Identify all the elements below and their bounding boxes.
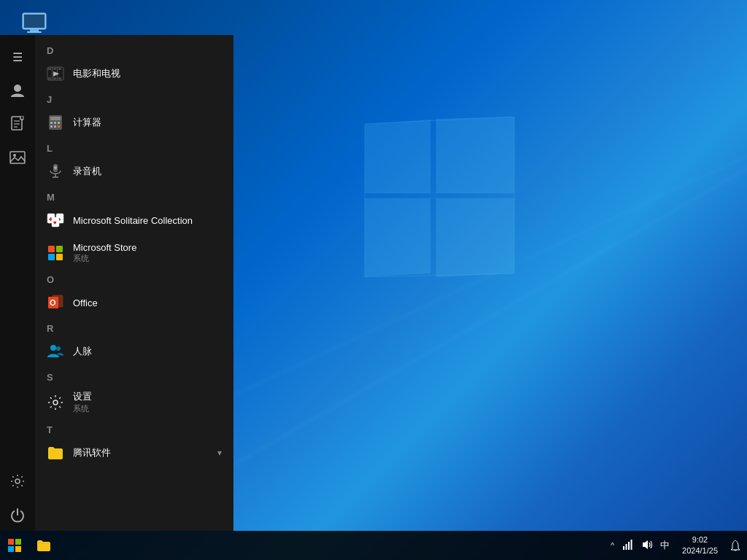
svg-rect-42 [54,125,56,128]
app-name-store: Microsoft Store [73,242,136,253]
this-pc-image [20,9,49,38]
hamburger-menu-button[interactable]: ☰ [0,41,35,73]
svg-point-62 [50,345,56,351]
app-item-settings[interactable]: 设置 系统 [35,384,233,420]
power-button[interactable] [0,499,35,531]
app-item-tencent[interactable]: 腾讯软件 ▾ [35,437,233,469]
svg-rect-43 [58,125,60,128]
svg-rect-72 [631,540,632,550]
svg-text:♥: ♥ [53,219,57,226]
app-item-calculator[interactable]: 计算器 [35,106,233,139]
taskbar-date: 2024/1/25 [682,545,718,556]
svg-marker-73 [643,540,648,549]
taskbar-time: 9:02 [692,534,708,545]
svg-marker-21 [20,116,23,120]
svg-rect-27 [48,68,51,70]
start-menu: ☰ [0,35,233,531]
svg-rect-37 [50,117,61,120]
app-item-office[interactable]: O Office [35,287,233,319]
app-name-recorder: 录音机 [73,165,101,178]
section-l: L [35,139,233,155]
section-m: M [35,187,233,204]
app-info-tencent: 腾讯软件 [73,446,111,459]
svg-rect-67 [8,546,14,552]
solitaire-icon: ♣ ♠ ♥ [47,211,64,229]
app-name-solitaire: Microsoft Solitaire Collection [73,215,193,226]
contacts-icon [47,343,64,360]
app-name-movies: 电影和电视 [73,67,120,80]
documents-button[interactable] [0,108,35,140]
office-icon: O [47,294,64,311]
windows-logo-decoration [357,117,518,277]
section-d: D [35,41,233,58]
section-r: R [35,319,233,335]
app-info-recorder: 录音机 [73,165,101,178]
app-list: D [35,35,233,531]
photos-button[interactable] [0,141,35,174]
svg-point-63 [56,346,61,351]
notification-button[interactable] [724,531,747,560]
film-icon [47,65,64,82]
ime-label[interactable]: 中 [658,537,672,553]
app-item-solitaire[interactable]: ♣ ♠ ♥ Microsoft Solitaire Collection [35,204,233,236]
app-subtitle-store: 系统 [73,253,136,264]
app-info-settings: 设置 系统 [73,390,92,414]
section-t: T [35,420,233,437]
svg-rect-70 [626,544,627,550]
svg-marker-4 [365,120,430,193]
section-o: O [35,270,233,287]
file-explorer-taskbar-button[interactable] [29,531,58,560]
svg-marker-6 [365,198,430,277]
svg-marker-5 [436,117,514,193]
svg-rect-66 [15,539,21,545]
svg-rect-1 [24,15,44,28]
svg-rect-41 [50,125,53,128]
taskbar-clock[interactable]: 9:02 2024/1/25 [676,531,724,560]
settings-sidebar-button[interactable] [0,465,35,497]
svg-rect-32 [58,77,61,79]
volume-icon[interactable] [639,537,655,554]
app-item-store[interactable]: Microsoft Store 系统 [35,236,233,270]
svg-rect-39 [54,122,56,124]
app-name-office: Office [73,298,98,308]
expand-arrow: ▾ [217,448,222,458]
network-icon[interactable] [620,537,636,554]
user-button[interactable] [0,74,35,106]
taskbar: ^ [0,531,747,560]
svg-rect-38 [50,122,53,124]
calculator-icon [47,114,64,131]
svg-point-64 [53,400,58,405]
settings-icon [47,394,64,411]
folder-icon [47,444,64,462]
svg-rect-28 [53,68,56,70]
svg-rect-57 [56,254,63,260]
svg-rect-30 [48,77,51,79]
svg-text:O: O [50,298,56,307]
svg-rect-68 [15,546,21,552]
svg-rect-56 [48,254,55,260]
app-name-contacts: 人脉 [73,345,92,358]
svg-point-24 [15,479,20,483]
svg-rect-65 [8,539,14,545]
svg-point-47 [54,166,57,169]
section-j: J [35,90,233,106]
app-info-office: Office [73,298,98,308]
taskbar-right: ^ [603,531,747,560]
svg-rect-29 [58,68,61,70]
app-info-solitaire: Microsoft Solitaire Collection [73,215,193,226]
app-item-movies[interactable]: 电影和电视 [35,58,233,90]
svg-rect-31 [53,77,56,79]
system-tray-icons: ^ [603,537,676,554]
svg-rect-69 [623,546,624,550]
app-item-contacts[interactable]: 人脉 [35,335,233,368]
app-item-recorder[interactable]: 录音机 [35,155,233,187]
app-info-calculator: 计算器 [73,116,101,129]
svg-rect-55 [56,246,63,252]
svg-rect-33 [52,67,53,80]
app-info-store: Microsoft Store 系统 [73,242,136,264]
app-name-settings: 设置 [73,390,92,403]
desktop: 此电脑 ☰ [0,0,747,560]
show-hidden-icons-button[interactable]: ^ [608,542,617,550]
start-button[interactable] [0,531,29,560]
start-sidebar: ☰ [0,35,35,531]
